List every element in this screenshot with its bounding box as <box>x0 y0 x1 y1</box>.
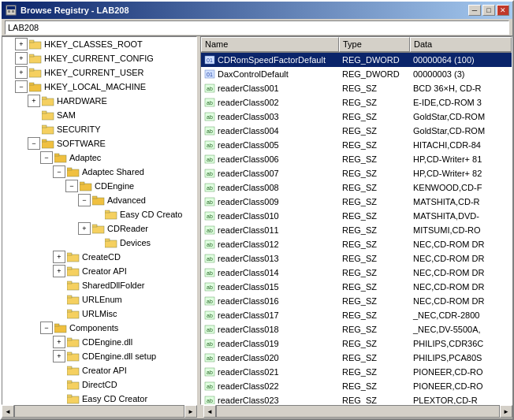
cell-name: ab readerClass001 <box>201 81 339 95</box>
address-input[interactable] <box>5 20 509 35</box>
tree-expander[interactable]: − <box>53 165 65 178</box>
tree-item-urlenum[interactable]: URLEnum <box>2 292 196 307</box>
table-row[interactable]: ab readerClass021 REG_SZ PIONEER,CD-RO <box>201 365 512 379</box>
svg-rect-29 <box>105 210 110 213</box>
tree-expander[interactable]: + <box>15 66 28 79</box>
tree-item-creator-api2[interactable]: Creator API <box>2 363 196 377</box>
tree-item-shareddllfolder[interactable]: SharedDllFolder <box>2 278 196 292</box>
svg-rect-38 <box>67 283 79 290</box>
tree-expander[interactable]: + <box>28 95 40 107</box>
tree-item-classes-root[interactable]: + HKEY_CLASSES_ROOT <box>2 37 196 51</box>
table-scroll-left[interactable]: ◄ <box>203 405 216 418</box>
tree-expander[interactable]: + <box>53 350 65 362</box>
tree-expander[interactable]: + <box>78 222 91 235</box>
tree-item-easy-cd-creator[interactable]: Easy CD Creato <box>2 207 196 221</box>
tree-item-current-user[interactable]: + HKEY_CURRENT_USER <box>2 65 196 80</box>
tree-expander[interactable]: + <box>15 38 28 50</box>
tree-item-software[interactable]: − SOFTWARE <box>2 136 196 151</box>
table-row[interactable]: ab readerClass004 REG_SZ GoldStar,CD-ROM <box>201 124 512 138</box>
table-scroll-track[interactable] <box>216 405 500 418</box>
table-row[interactable]: ab readerClass017 REG_SZ _NEC,CDR-2800 <box>201 308 512 322</box>
table-row[interactable]: ab readerClass008 REG_SZ KENWOOD,CD-F <box>201 180 512 195</box>
folder-icon <box>29 39 42 50</box>
tree-item-cdreader[interactable]: + CDReader <box>2 221 196 236</box>
table-row[interactable]: ab readerClass015 REG_SZ NEC,CD-ROM DR <box>201 280 512 294</box>
column-header-data[interactable]: Data <box>410 37 512 52</box>
table-row[interactable]: ab readerClass022 REG_SZ PIONEER,CD-RO <box>201 379 512 393</box>
table-row[interactable]: ab readerClass018 REG_SZ _NEC,DV-5500A, <box>201 322 512 336</box>
table-row[interactable]: ab readerClass013 REG_SZ NEC,CD-ROM DR <box>201 251 512 266</box>
folder-icon <box>92 195 105 206</box>
tree-expander[interactable]: − <box>15 80 28 93</box>
cell-type: REG_SZ <box>339 322 410 336</box>
column-header-name[interactable]: Name <box>201 37 339 52</box>
tree-item-advanced[interactable]: − Advanced <box>2 193 196 207</box>
tree-expander[interactable]: + <box>53 336 65 348</box>
tree-item-security[interactable]: SECURITY <box>2 122 196 136</box>
tree-item-cdengine-dll[interactable]: + CDEngine.dll <box>2 335 196 349</box>
column-header-type[interactable]: Type <box>339 37 410 52</box>
table-row[interactable]: ab readerClass019 REG_SZ PHILIPS,CDR36C <box>201 336 512 351</box>
tree-expander[interactable]: + <box>15 52 28 65</box>
table-scrollbar[interactable]: ◄ ► <box>203 405 512 418</box>
table-row[interactable]: ab readerClass005 REG_SZ HITACHI,CDR-84 <box>201 138 512 152</box>
cell-name: ab readerClass021 <box>201 365 339 378</box>
tree-item-adaptec[interactable]: − Adaptec <box>2 151 196 165</box>
tree-item-createcd[interactable]: + CreateCD <box>2 250 196 264</box>
tree-scroll-left[interactable]: ◄ <box>2 405 14 418</box>
table-scroll-right[interactable]: ► <box>500 405 512 418</box>
tree-item-local-machine[interactable]: − HKEY_LOCAL_MACHINE <box>2 80 196 94</box>
maximize-button[interactable]: □ <box>482 5 495 16</box>
tree-expander[interactable]: − <box>78 194 91 206</box>
minimize-button[interactable]: ─ <box>468 5 481 16</box>
folder-icon <box>105 209 117 220</box>
cell-type: REG_SZ <box>339 294 410 307</box>
svg-rect-49 <box>67 352 72 355</box>
tree-item-components[interactable]: − Components <box>2 321 196 335</box>
tree-scrollbar[interactable]: ◄ ► <box>2 405 197 418</box>
table-row[interactable]: ab readerClass016 REG_SZ NEC,CD-ROM DR <box>201 294 512 308</box>
table-row[interactable]: ab readerClass020 REG_SZ PHILIPS,PCA80S <box>201 351 512 365</box>
table-row[interactable]: ab readerClass014 REG_SZ NEC,CD-ROM DR <box>201 266 512 280</box>
tree-scroll-right[interactable]: ► <box>184 405 197 418</box>
table-row[interactable]: ab readerClass002 REG_SZ E-IDE,CD-ROM 3 <box>201 95 512 110</box>
tree-item-cdengine[interactable]: − CDEngine <box>2 179 196 193</box>
tree-scroll-track[interactable] <box>14 405 184 418</box>
table-row[interactable]: ab readerClass001 REG_SZ BCD 36×H, CD-R <box>201 81 512 95</box>
tree-item-urlmisc[interactable]: URLMisc <box>2 307 196 321</box>
table-row[interactable]: ab readerClass010 REG_SZ MATSHITA,DVD- <box>201 209 512 223</box>
table-row[interactable]: 01 CDRomSpeedFactorDefault REG_DWORD 000… <box>201 53 512 67</box>
table-row[interactable]: ab readerClass009 REG_SZ MATSHITA,CD-R <box>201 195 512 209</box>
tree-item-sam[interactable]: SAM <box>2 108 196 122</box>
tree-expander[interactable]: − <box>40 322 53 334</box>
tree-expander[interactable]: − <box>28 137 40 150</box>
tree-item-devices[interactable]: Devices <box>2 236 196 250</box>
tree-label: Adaptec Shared <box>82 167 144 177</box>
tree-item-cdengine-dll-setup[interactable]: + CDEngine.dll setup <box>2 349 196 363</box>
tree-item-easy-cd-creator2[interactable]: Easy CD Creator <box>2 392 196 405</box>
folder-icon <box>92 223 105 234</box>
table-row[interactable]: ab readerClass006 REG_SZ HP,CD-Writer+ 8… <box>201 152 512 166</box>
table-row[interactable]: ab readerClass003 REG_SZ GoldStar,CD-ROM <box>201 110 512 124</box>
table-row[interactable]: ab readerClass023 REG_SZ PLEXTOR,CD-R <box>201 393 512 404</box>
tree-expander[interactable]: + <box>53 265 65 277</box>
table-row[interactable]: ab readerClass012 REG_SZ NEC,CD-ROM DR <box>201 237 512 251</box>
tree-item-current-config[interactable]: + HKEY_CURRENT_CONFIG <box>2 51 196 65</box>
table-row[interactable]: ab readerClass007 REG_SZ HP,CD-Writer+ 8… <box>201 166 512 180</box>
svg-text:ab: ab <box>207 313 213 318</box>
cell-data: PHILIPS,CDR36C <box>410 336 512 350</box>
table-row[interactable]: 01 DaxControlDefault REG_DWORD 00000003 … <box>201 67 512 81</box>
tree-expander[interactable]: + <box>53 251 65 263</box>
table-body[interactable]: 01 CDRomSpeedFactorDefault REG_DWORD 000… <box>201 53 512 404</box>
tree-expander[interactable]: − <box>65 180 78 192</box>
tree-item-directcd[interactable]: DirectCD <box>2 377 196 392</box>
tree-item-adaptec-shared[interactable]: − Adaptec Shared <box>2 165 196 179</box>
cell-data: PLEXTOR,CD-R <box>410 393 512 404</box>
table-row[interactable]: ab readerClass011 REG_SZ MITSUMI,CD-RO <box>201 223 512 237</box>
close-button[interactable]: ✕ <box>497 5 509 16</box>
tree-item-creator-api[interactable]: + Creator API <box>2 264 196 278</box>
tree-panel[interactable]: + HKEY_CLASSES_ROOT+ HKEY_CURRENT_CONFIG… <box>2 36 197 405</box>
content-area: + HKEY_CLASSES_ROOT+ HKEY_CURRENT_CONFIG… <box>2 36 512 405</box>
tree-item-hardware[interactable]: + HARDWARE <box>2 94 196 108</box>
tree-expander[interactable]: − <box>40 151 53 164</box>
